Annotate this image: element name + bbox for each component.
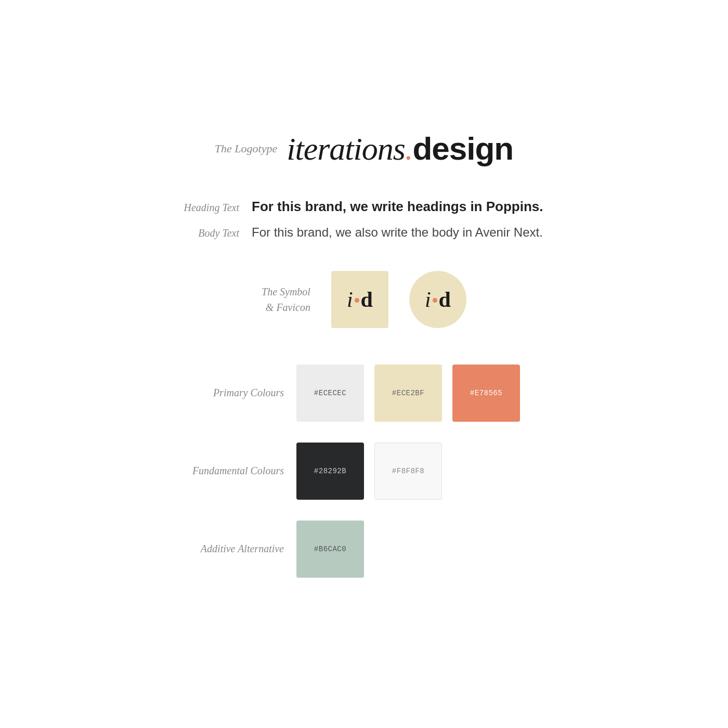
logotype-italic-part: iterations. [287,131,412,167]
swatch-28292b: #28292B [296,443,364,500]
primary-colour-swatches: #ECECEC #ECE2BF #E78565 [296,365,520,422]
logotype-dot: . [405,131,413,166]
logotype-bold-part: design [412,130,513,167]
additive-colour-swatches: #B6CAC0 [296,521,364,578]
primary-colours-row: Primary Colours #ECECEC #ECE2BF #E78565 [151,365,577,422]
body-row: Body Text For this brand, we also write … [151,225,577,240]
brand-guide-page: The Logotype iterations. design Heading … [130,99,598,630]
symbol-circle-orange-dot [433,298,437,303]
swatch-ece2bf: #ECE2BF [374,365,442,422]
symbol-square-box: i d [331,271,388,328]
additive-colours-row: Additive Alternative #B6CAC0 [151,521,577,578]
symbol-letter-i: i [347,287,353,312]
symbol-circle-box: i d [409,271,466,328]
heading-label: Heading Text [151,202,239,214]
symbol-letter-d: d [361,287,373,312]
heading-sample-text: For this brand, we write headings in Pop… [252,199,543,215]
fundamental-colours-row: Fundamental Colours #28292B #F8F8F8 [151,443,577,500]
symbol-circle-inner: i d [425,287,451,312]
swatch-e78565: #E78565 [452,365,520,422]
fundamental-colour-swatches: #28292B #F8F8F8 [296,443,442,500]
symbol-label-wrap: The Symbol & Favicon [262,284,310,315]
symbol-section: The Symbol & Favicon i d i d [151,271,577,328]
heading-row: Heading Text For this brand, we write he… [151,199,577,215]
primary-colours-label: Primary Colours [151,387,296,399]
symbol-label-line2: & Favicon [262,300,310,315]
logotype-wordmark: iterations. design [287,130,513,167]
logotype-label: The Logotype [215,142,277,155]
logotype-section: The Logotype iterations. design [151,130,577,167]
additive-colours-label: Additive Alternative [151,543,296,555]
symbol-square-inner: i d [347,287,373,312]
swatch-f8f8f8: #F8F8F8 [374,443,442,500]
fundamental-colours-label: Fundamental Colours [151,465,296,477]
symbol-circle-letter-i: i [425,287,431,312]
body-sample-text: For this brand, we also write the body i… [252,225,543,240]
swatch-ececec: #ECECEC [296,365,364,422]
symbol-label-line1: The Symbol [262,284,310,300]
body-label: Body Text [151,227,239,239]
swatch-b6cac0: #B6CAC0 [296,521,364,578]
symbol-orange-dot [355,298,359,303]
typography-section: Heading Text For this brand, we write he… [151,199,577,240]
symbol-circle-letter-d: d [439,287,451,312]
